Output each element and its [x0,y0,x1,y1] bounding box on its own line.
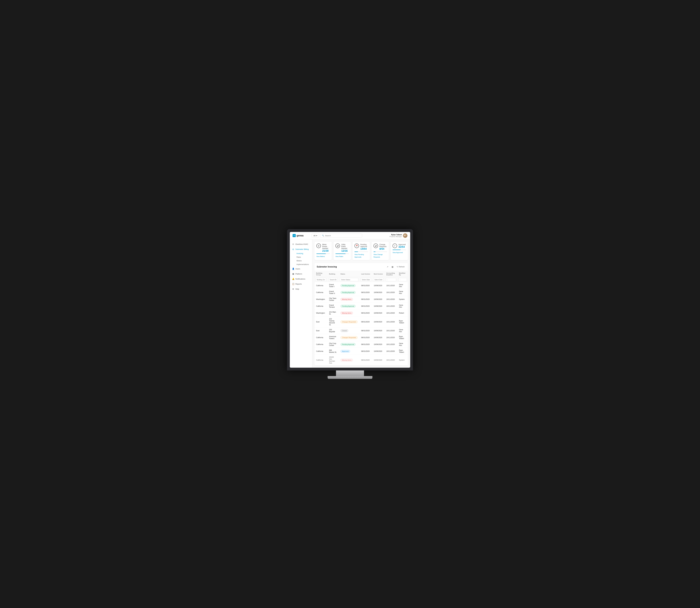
cell-building: City Corp. Center [328,341,339,348]
filter-dropdown[interactable]: All ▾ [312,234,319,238]
change-requests-progress-bar [373,251,375,252]
filter-last-invoice[interactable] [361,278,371,281]
table-row[interactable]: California Grand Tower I Pending Approva… [314,282,408,289]
cell-building: 19100 Von Karman Ave. [328,355,339,365]
refresh-icon: ↻ [397,266,398,268]
col-header-last-invoice: Last Invoice [359,271,372,277]
user-name-block: Rylan Tolbert Property Manager [389,234,402,238]
sidebar-label-platform: Platform [295,273,302,275]
table-section: Submeter Invocing ↗ ▦ ↻ [314,263,408,365]
approved-title: Approved [398,244,406,246]
sidebar-item-reports[interactable]: 📋 Reports [290,281,312,286]
cell-accounting-deadline: 10/11/2020 [385,310,397,317]
submenu-item-meters[interactable]: Meters [294,259,312,263]
utility-rates-link[interactable]: View Rates [335,255,343,257]
status-badge: Pending Approval [341,291,356,294]
grid-view-button[interactable]: ▦ [391,265,394,269]
filter-accounting-deadline[interactable] [386,278,396,281]
meter-reads-link[interactable]: View Meters [316,255,325,257]
refresh-button[interactable]: ↻ Refresh [396,265,406,268]
cell-building: Grand Tower I [328,282,339,289]
change-requests-link[interactable]: View Change Requests [373,254,383,258]
table-row[interactable]: East 222 Twenty Second St. Changes Reque… [314,317,408,327]
cell-building-group: East [314,327,328,334]
col-header-building-group: Building Group [314,271,328,277]
table-title: Submeter Invocing [317,266,337,268]
cell-last-invoice: 08/31/2020 [359,327,372,334]
sidebar-submenu: Invoicing Rates Meters Implementations [290,252,312,266]
sidebar-item-help[interactable]: ⊕ Help [290,286,312,291]
sidebar-icon-notifications: 🔔 [292,278,294,280]
sidebar-item-overtime-hvac[interactable]: ⊙ Overtime HVAC [290,242,312,247]
cell-modified-by: Gene Ahn [397,282,408,289]
stat-header-utility-rates: ⇄ Utility Rates Needed 12/16 [335,244,349,252]
sidebar-label-submeter: Submeter Billing [295,248,309,250]
sidebar-icon-overtime: ⊙ [292,243,294,245]
filter-modified-by-cell [397,277,408,282]
logo: n genea [293,234,309,237]
monitor-stand-top [336,370,364,376]
cell-accounting-deadline: 10/11/2020 [385,334,397,341]
change-requests-progress-bg [373,251,387,252]
approved-value: 32/54 [398,246,406,248]
status-badge: Pending Approval [341,305,356,308]
pending-approval-link[interactable]: View Pending Approvals [354,254,364,258]
logo-icon: n [293,234,296,237]
filter-building-group[interactable] [315,278,326,281]
cell-last-invoice: 08/31/2020 [359,289,372,296]
submenu-item-invoicing[interactable]: Invoicing [294,252,312,255]
filter-status[interactable] [340,278,358,281]
table-filter-row [314,277,408,282]
refresh-label: Refresh [399,266,405,268]
cell-status: Pending Approval [339,341,359,348]
sidebar-label-reports: Reports [295,283,302,285]
cell-modified-by: System [397,355,408,365]
stat-card-change-requests: ⇄ Change Requests 8/54 View Change R [372,242,389,260]
meter-reads-title: Meter Reads Needed [322,244,330,249]
table-row[interactable]: East 333 Bayside Closed 08/31/2020 10/09… [314,327,408,334]
approved-progress-bar [392,250,401,250]
table-row[interactable]: California Grand Terrace Pending Approva… [314,303,408,310]
sidebar-icon-reports: 📋 [292,283,294,285]
table-row[interactable]: California City Corp. Center Pending App… [314,341,408,348]
cell-building: Grand Terrace [328,303,339,310]
sidebar-item-submeter-billing[interactable]: ◎ Submeter Billing [290,247,312,252]
sidebar-item-users[interactable]: 👤 Users [290,266,312,271]
sidebar-label-users: Users [295,268,300,270]
cell-status: Changes Requested [339,317,359,327]
table-row[interactable]: California Grand Tower II Pending Approv… [314,289,408,296]
table-row[interactable]: Washington 101 Main St. Missing Items 08… [314,310,408,317]
table-row[interactable]: California American Towers Changes Reque… [314,334,408,341]
table-body: California Grand Tower I Pending Approva… [314,282,408,365]
submenu-item-rates[interactable]: Rates [294,255,312,259]
cell-status: Missing Items [339,296,359,303]
search-input[interactable] [325,234,361,237]
sidebar-item-platform[interactable]: ▦ Platform [290,271,312,276]
col-header-modified-by: Modified By [397,271,408,277]
cell-next-invoice: 10/09/2020 [372,310,385,317]
submenu-item-implementations[interactable]: Implementations [294,263,312,266]
filter-building[interactable] [329,278,338,281]
cell-accounting-deadline: 10/11/2020 [385,348,397,355]
cell-next-invoice: 10/09/2020 [372,348,385,355]
pending-approval-icon: 📅 [354,244,359,248]
pending-approval-title: Pending Approval [361,244,368,247]
table-row[interactable]: California 19100 Von Karman Ave. Missing… [314,355,408,365]
approved-link[interactable]: View Approved [392,252,403,253]
sidebar-item-notifications[interactable]: 🔔 Notifications [290,276,312,281]
export-button[interactable]: ↗ [386,265,389,269]
pending-approval-title-block: Pending Approval 14/54 [361,244,368,250]
cell-next-invoice: 10/09/2020 [372,282,385,289]
cell-status: Pending Approval [339,303,359,310]
filter-next-invoice[interactable] [373,278,384,281]
cell-accounting-deadline: 10/11/2020 [385,341,397,348]
meter-reads-title-block: Meter Reads Needed 21/30 [322,244,330,252]
change-requests-title: Change Requests [380,244,387,247]
filter-modified-by[interactable] [398,278,407,281]
change-requests-title-block: Change Requests 8/54 [380,244,387,250]
table-row[interactable]: Washington City Town Center Missing Item… [314,296,408,303]
col-header-status: Status [339,271,359,277]
table-row[interactable]: California 666 Market St. Approved 08/31… [314,348,408,355]
stat-card-approved: ✓ Approved 32/54 View Approved [391,242,408,260]
main-layout: ⊙ Overtime HVAC ◎ Submeter Billing Invoi… [290,239,410,368]
